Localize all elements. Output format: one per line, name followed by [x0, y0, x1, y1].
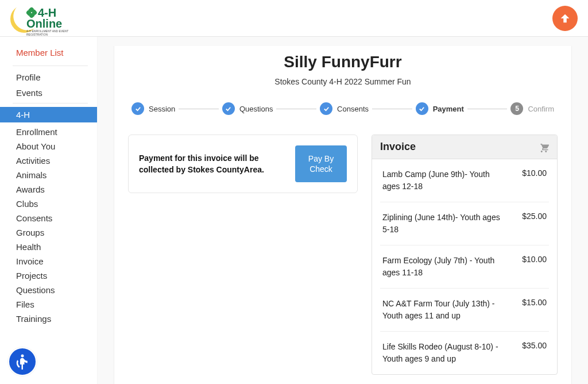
invoice-body: Lamb Camp (June 9th)- Youth ages 12-18 $… — [372, 159, 557, 374]
logo-line2: Online — [26, 17, 62, 30]
accessibility-button[interactable] — [8, 347, 37, 376]
accessibility-icon — [14, 353, 31, 370]
sidebar-item-files[interactable]: Files — [0, 297, 97, 312]
invoice-item-price: $15.00 — [522, 298, 547, 322]
payment-notice-text: Payment for this invoice will be collect… — [139, 152, 286, 176]
invoice-row: Ziplining (June 14th)- Youth ages 5-18 $… — [380, 202, 549, 245]
scroll-up-button[interactable] — [552, 6, 578, 31]
invoice-title: Invoice — [380, 141, 416, 153]
step-connector — [179, 109, 219, 109]
invoice-row: NC A&T Farm Tour (July 13th) - Youth age… — [380, 289, 549, 332]
sidebar-item-questions[interactable]: Questions — [0, 283, 97, 297]
logo-tagline: 4-H ENROLLMENT AND EVENT REGISTRATION — [26, 29, 79, 36]
page-subtitle: Stokes County 4-H 2022 Summer Fun — [128, 77, 558, 86]
sidebar-item-member-list[interactable]: Member List — [0, 45, 97, 63]
arrow-up-icon — [559, 12, 571, 25]
logo-text: 4-H Online — [26, 6, 62, 30]
sidebar-item-clubs[interactable]: Clubs — [0, 197, 97, 211]
sidebar: Member List Profile Events 4-H Enrollmen… — [0, 37, 98, 384]
sidebar-divider — [13, 103, 88, 103]
step-questions[interactable]: Questions — [222, 102, 273, 115]
step-consents[interactable]: Consents — [320, 102, 369, 115]
step-label: Payment — [433, 105, 464, 113]
sidebar-item-groups[interactable]: Groups — [0, 225, 97, 240]
cart-icon — [539, 142, 549, 152]
step-connector — [276, 109, 316, 109]
header: 4-H Online 4-H ENROLLMENT AND EVENT REGI… — [0, 0, 588, 37]
check-circle-icon — [222, 102, 235, 115]
invoice-item-label: Life Skills Rodeo (August 8-10) - Youth … — [382, 341, 508, 365]
invoice-item-price: $10.00 — [522, 255, 547, 279]
sidebar-item-about-you[interactable]: About You — [0, 139, 97, 153]
sidebar-item-trainings[interactable]: Trainings — [0, 312, 97, 326]
step-label: Confirm — [528, 105, 554, 113]
main: Silly FunnyFurr Stokes County 4-H 2022 S… — [98, 37, 588, 384]
sidebar-item-profile[interactable]: Profile — [0, 70, 97, 85]
pay-by-check-button[interactable]: Pay By Check — [295, 145, 347, 182]
sidebar-item-awards[interactable]: Awards — [0, 182, 97, 197]
sidebar-item-consents[interactable]: Consents — [0, 211, 97, 225]
svg-point-0 — [21, 355, 24, 358]
invoice-header: Invoice — [372, 135, 557, 159]
step-confirm: 5 Confirm — [510, 102, 554, 115]
step-session[interactable]: Session — [131, 102, 175, 115]
invoice-item-label: NC A&T Farm Tour (July 13th) - Youth age… — [382, 298, 508, 322]
sidebar-item-activities[interactable]: Activities — [0, 153, 97, 168]
invoice-card: Invoice Lamb Camp (June 9th)- Youth ages… — [372, 135, 558, 375]
invoice-item-price: $10.00 — [522, 168, 547, 193]
sidebar-divider — [13, 66, 88, 66]
sidebar-item-enrollment[interactable]: Enrollment — [0, 125, 97, 139]
sidebar-item-4h[interactable]: 4-H — [0, 107, 97, 122]
invoice-item-label: Lamb Camp (June 9th)- Youth ages 12-18 — [382, 168, 508, 193]
step-payment[interactable]: Payment — [416, 102, 464, 115]
invoice-row: Farm Ecology (July 7th) - Youth ages 11-… — [380, 245, 549, 289]
sidebar-item-projects[interactable]: Projects — [0, 268, 97, 283]
payment-notice-card: Payment for this invoice will be collect… — [128, 135, 358, 193]
sidebar-item-animals[interactable]: Animals — [0, 168, 97, 182]
invoice-row: Lamb Camp (June 9th)- Youth ages 12-18 $… — [380, 159, 549, 202]
step-connector — [372, 109, 412, 109]
check-circle-icon — [131, 102, 144, 115]
step-label: Questions — [239, 105, 273, 113]
step-label: Session — [149, 105, 175, 113]
sidebar-item-invoice[interactable]: Invoice — [0, 254, 97, 268]
page-title: Silly FunnyFurr — [128, 53, 558, 71]
invoice-row: Life Skills Rodeo (August 8-10) - Youth … — [380, 332, 549, 374]
step-label: Consents — [337, 105, 369, 113]
sidebar-item-events[interactable]: Events — [0, 85, 97, 101]
check-circle-icon — [416, 102, 428, 115]
invoice-item-price: $25.00 — [522, 212, 547, 236]
sidebar-item-health[interactable]: Health — [0, 240, 97, 254]
invoice-item-label: Ziplining (June 14th)- Youth ages 5-18 — [382, 212, 508, 236]
clover-icon — [26, 7, 37, 18]
step-number-icon: 5 — [510, 102, 523, 115]
step-connector — [467, 109, 508, 109]
progress-stepper: Session Questions Consents — [131, 102, 554, 115]
check-circle-icon — [320, 102, 332, 115]
invoice-item-price: $35.00 — [522, 341, 547, 365]
logo[interactable]: 4-H Online 4-H ENROLLMENT AND EVENT REGI… — [10, 4, 79, 33]
invoice-item-label: Farm Ecology (July 7th) - Youth ages 11-… — [382, 255, 508, 279]
